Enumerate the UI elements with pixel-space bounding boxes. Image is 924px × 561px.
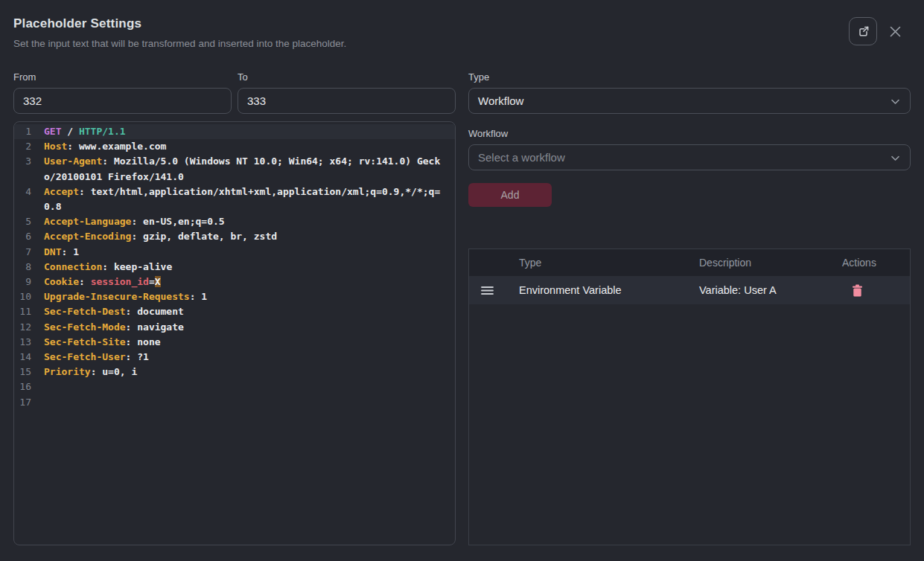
type-select[interactable]: Workflow [468,88,911,114]
close-button[interactable] [889,25,902,38]
dialog-content: From To 1GET / HTTP/1.12Host: www.exampl… [13,71,911,545]
code-text: DNT: 1 [44,245,443,260]
line-number: 8 [14,260,31,275]
from-label: From [13,71,232,83]
line-number: 12 [14,320,31,335]
code-text [44,395,443,410]
code-line[interactable]: 1GET / HTTP/1.1 [14,124,455,139]
type-header-cell: Type [519,257,699,269]
code-text: Sec-Fetch-Site: none [44,335,443,350]
line-number: 1 [14,124,31,139]
range-fields: From To [13,71,456,114]
page-title: Placeholder Settings [13,12,911,31]
type-label: Type [468,71,911,83]
line-number: 13 [14,335,31,350]
code-line[interactable]: 14Sec-Fetch-User: ?1 [14,350,455,365]
dialog-header: Placeholder Settings Set the input text … [13,12,911,49]
page-subtitle: Set the input text that will be transfor… [13,38,911,49]
code-line[interactable]: 13Sec-Fetch-Site: none [14,335,455,350]
code-line[interactable]: 6Accept-Encoding: gzip, deflate, br, zst… [14,229,455,244]
actions-header-cell: Actions [842,257,910,269]
line-number: 10 [14,289,31,304]
code-line[interactable]: 15Priority: u=0, i [14,365,455,379]
from-field-group: From [13,71,232,114]
description-header-cell: Description [699,257,842,269]
drag-handle-icon[interactable] [481,286,494,295]
code-text: Sec-Fetch-User: ?1 [44,350,443,365]
code-text: Priority: u=0, i [44,365,443,379]
code-line[interactable]: 10Upgrade-Insecure-Requests: 1 [14,289,455,304]
row-type-cell: Environment Variable [519,284,699,296]
line-number: 14 [14,350,31,365]
placeholder-table-body: Environment Variable Variable: User A [469,276,910,304]
code-line[interactable]: 11Sec-Fetch-Dest: document [14,304,455,319]
code-text: Sec-Fetch-Mode: navigate [44,320,443,335]
window-controls [849,17,902,45]
code-line[interactable]: 17 [14,395,455,410]
code-line[interactable]: 8Connection: keep-alive [14,260,455,275]
code-text: Accept: text/html,application/xhtml+xml,… [44,185,443,214]
line-number: 2 [14,139,31,154]
code-text: User-Agent: Mozilla/5.0 (Windows NT 10.0… [44,154,443,184]
delete-button[interactable] [852,284,863,297]
line-number: 5 [14,214,31,229]
code-text: Upgrade-Insecure-Requests: 1 [44,289,443,304]
add-button[interactable]: Add [468,183,552,207]
code-line[interactable]: 12Sec-Fetch-Mode: navigate [14,320,455,335]
close-icon [889,25,902,38]
code-text: Cookie: session_id=X [44,275,443,289]
code-line[interactable]: 5Accept-Language: en-US,en;q=0.5 [14,214,455,229]
line-number: 17 [14,395,31,410]
line-number: 6 [14,229,31,244]
code-text: GET / HTTP/1.1 [44,124,443,139]
code-line[interactable]: 16 [14,379,455,394]
line-number: 4 [14,185,31,214]
code-line[interactable]: 2Host: www.example.com [14,139,455,154]
line-number: 9 [14,275,31,289]
handle-cell [469,286,519,295]
to-input[interactable] [238,88,456,114]
line-number: 16 [14,379,31,394]
expand-icon [856,25,870,39]
right-column: Type Workflow Workflow Select a workflow [468,71,911,545]
placeholder-settings-dialog: Placeholder Settings Set the input text … [0,0,924,561]
table-header-row: Type Description Actions [469,249,910,276]
trash-icon [852,284,863,297]
type-select-value: Workflow [478,94,523,107]
code-line[interactable]: 9Cookie: session_id=X [14,275,455,289]
line-number: 11 [14,304,31,319]
workflow-select-placeholder: Select a workflow [478,151,565,164]
workflow-field-group: Workflow Select a workflow [468,128,911,170]
chevron-down-icon [890,153,901,166]
code-lines: 1GET / HTTP/1.12Host: www.example.com3Us… [14,124,455,410]
code-text: Sec-Fetch-Dest: document [44,304,443,319]
chevron-down-icon [890,96,901,109]
line-number: 7 [14,245,31,260]
line-number: 3 [14,154,31,184]
to-field-group: To [238,71,456,114]
code-text: Accept-Language: en-US,en;q=0.5 [44,214,443,229]
placeholder-table: Type Description Actions Environment Var… [468,249,911,545]
expand-button[interactable] [849,17,877,45]
left-column: From To 1GET / HTTP/1.12Host: www.exampl… [13,71,456,545]
code-line[interactable]: 3User-Agent: Mozilla/5.0 (Windows NT 10.… [14,154,455,184]
code-line[interactable]: 4Accept: text/html,application/xhtml+xml… [14,185,455,214]
code-text: Accept-Encoding: gzip, deflate, br, zstd [44,229,443,244]
code-text: Connection: keep-alive [44,260,443,275]
workflow-label: Workflow [468,128,911,139]
from-input[interactable] [13,88,232,114]
table-row: Environment Variable Variable: User A [469,276,910,304]
line-number: 15 [14,365,31,379]
code-text [44,379,443,394]
request-editor[interactable]: 1GET / HTTP/1.12Host: www.example.com3Us… [13,121,456,545]
workflow-select[interactable]: Select a workflow [468,144,911,170]
code-line[interactable]: 7DNT: 1 [14,245,455,260]
type-field-group: Type Workflow [468,71,911,114]
code-text: Host: www.example.com [44,139,443,154]
to-label: To [238,71,456,83]
row-description-cell: Variable: User A [699,284,842,296]
